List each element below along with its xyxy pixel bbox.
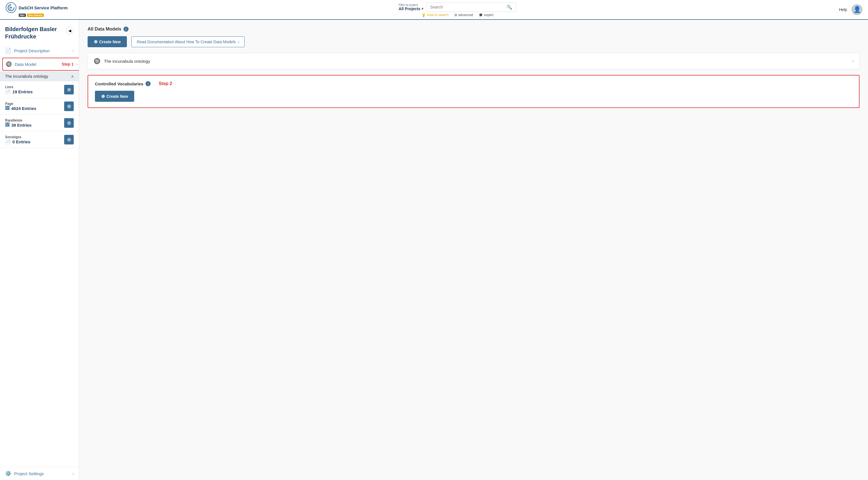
sidebar-item-project-description[interactable]: 📄 Project Description › [0,44,79,57]
step1-badge: Step 1 [62,62,73,66]
expert-search-link[interactable]: 🎓 expert [478,13,493,17]
ontology-item-randleiste: Randleiste 🖼 38 Entries ⊕ [0,115,79,131]
filter-label: Filter by project [399,3,423,6]
data-model-chevron-icon: › [76,62,78,66]
logo-area: DaSCH Service Platform dev dev-release [6,2,67,17]
help-button[interactable]: Help [839,7,847,12]
avatar-icon: 👤 [853,6,861,13]
advanced-search-icon: ⊞ [454,13,457,17]
sidebar-item-label-project-description: Project Description [14,48,69,53]
topnav: DaSCH Service Platform dev dev-release F… [0,0,868,20]
search-row: Filter by project All Projects ▾ 🔍 [399,3,517,12]
sidebar-item-label-data-model: Data Model [15,62,58,67]
ontology-item-page: Page 🖼 4024 Entries ⊕ [0,98,79,115]
ontology-card-chevron-icon: › [852,59,854,64]
sidebar-footer: ⚙️ Project Settings › [0,467,79,480]
ontology-item-entries-page: 🖼 4024 Entries [5,106,36,111]
sidebar: Bilderfolgen Basler Frühdrucke ◀ 📄 Proje… [0,20,79,480]
incunabula-ontology-card[interactable]: 🔘 The incunabula ontology › [88,53,860,69]
ontology-item-name-livre: Livre [5,85,33,89]
badge-dev: dev [19,13,26,17]
add-randleiste-button[interactable]: ⊕ [64,118,74,128]
add-sonstiges-button[interactable]: ⊕ [64,135,74,145]
vocab-create-label: Create New [106,94,128,99]
ontology-item-entries-randleiste: 🖼 38 Entries [5,122,32,127]
ontology-collapse-icon: ∧ [71,74,74,79]
search-area: Filter by project All Projects ▾ 🔍 How t… [76,3,839,17]
main-content: All Data Models i ⊕ Create New Read Docu… [79,20,868,480]
ontology-card-title: The incunabula ontology [104,59,852,64]
vocab-create-plus-icon: ⊕ [101,94,105,99]
ontology-item-name-randleiste: Randleiste [5,118,32,122]
sidebar-item-label-project-settings: Project Settings [14,471,69,476]
app-logo[interactable] [6,2,17,13]
ontology-name: The incunabula ontology [5,74,48,79]
data-model-icon: 🔘 [6,61,12,67]
ontology-item-name-sonstiges: Sonstiges [5,135,30,139]
ontology-card-icon: 🔘 [94,58,101,64]
ontology-header[interactable]: The incunabula ontology ∧ [0,71,79,82]
docs-label: Read Documentation About How To Create D… [137,39,236,44]
user-avatar[interactable]: 👤 [851,4,862,15]
data-models-info-icon[interactable]: i [123,27,129,32]
controlled-vocab-action-row: ⊕ Create New [95,91,852,102]
ontology-item-sonstiges: Sonstiges 📄 0 Entries ⊕ [0,131,79,148]
ontology-item-entries-livre: 📄 19 Entries [5,89,33,94]
project-description-chevron-icon: › [72,48,74,53]
create-new-label: Create New [99,39,121,44]
sonstiges-icon: 📄 [5,139,11,145]
filter-chevron-icon: ▾ [422,7,423,11]
sidebar-item-data-model[interactable]: 🔘 Data Model Step 1 › [2,58,79,71]
search-icon[interactable]: 🔍 [507,4,512,10]
controlled-vocab-header: Controlled Vocabularies i Step 2 [95,81,852,86]
step2-badge: Step 2 [158,81,172,86]
all-data-models-title: All Data Models i [88,27,860,32]
livre-icon: 📄 [5,89,11,94]
controlled-vocab-info-icon[interactable]: i [146,81,151,86]
advanced-search-link[interactable]: ⊞ advanced [454,13,473,17]
search-box[interactable]: 🔍 [426,3,517,12]
how-to-search-link[interactable]: How to search [422,13,449,17]
sidebar-project-title: Bilderfolgen Basler Frühdrucke [5,25,66,40]
search-hints: How to search ⊞ advanced 🎓 expert [422,13,493,17]
page-icon: 🖼 [5,106,10,111]
add-livre-button[interactable]: ⊕ [64,85,74,94]
project-description-icon: 📄 [5,48,11,54]
ontology-item-livre: Livre 📄 19 Entries ⊕ [0,82,79,98]
create-new-vocab-button[interactable]: ⊕ Create New [95,91,134,102]
badge-dev-release: dev-release [27,13,44,17]
topnav-right: Help 👤 [839,4,862,15]
randleiste-icon: 🖼 [5,122,10,127]
create-new-data-model-button[interactable]: ⊕ Create New [88,36,127,47]
sidebar-item-project-settings[interactable]: ⚙️ Project Settings › [0,467,79,480]
filter-value: All Projects [399,6,421,11]
sidebar-collapse-button[interactable]: ◀ [66,27,74,34]
sidebar-navigation: 📄 Project Description › 🔘 Data Model Ste… [0,44,79,71]
ontology-section: The incunabula ontology ∧ Livre 📄 19 Ent… [0,71,79,148]
add-page-button[interactable]: ⊕ [64,101,74,111]
search-input[interactable] [430,5,504,9]
controlled-vocab-title: Controlled Vocabularies [95,82,143,86]
ontology-items-list: Livre 📄 19 Entries ⊕ Page 🖼 4024 [0,82,79,148]
sidebar-header: Bilderfolgen Basler Frühdrucke ◀ [0,20,79,44]
filter-select[interactable]: All Projects ▾ [399,6,423,11]
project-settings-chevron-icon: › [72,471,74,476]
layout: Bilderfolgen Basler Frühdrucke ◀ 📄 Proje… [0,20,868,480]
badge-area: dev dev-release [19,13,44,17]
expert-icon: 🎓 [478,13,483,17]
controlled-vocabularies-section: Controlled Vocabularies i Step 2 ⊕ Creat… [88,75,860,108]
read-documentation-button[interactable]: Read Documentation About How To Create D… [131,36,245,47]
ontology-item-name-page: Page [5,102,36,106]
docs-chevron-icon: › [238,39,239,44]
project-settings-icon: ⚙️ [5,470,11,477]
ontology-item-entries-sonstiges: 📄 0 Entries [5,139,30,145]
filter-by-project[interactable]: Filter by project All Projects ▾ [399,3,423,11]
create-plus-icon: ⊕ [94,39,97,44]
data-models-action-row: ⊕ Create New Read Documentation About Ho… [88,36,860,47]
svg-point-1 [10,7,12,8]
app-title: DaSCH Service Platform [19,5,67,10]
